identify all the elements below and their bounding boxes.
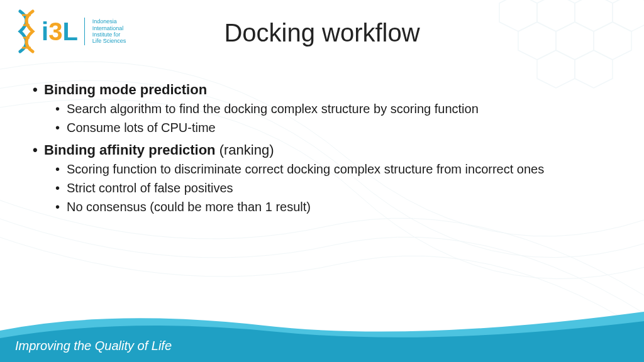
heading-text: Binding mode prediction <box>44 82 207 97</box>
section-heading: Binding mode prediction <box>31 82 606 98</box>
section-heading: Binding affinity prediction (ranking) <box>31 142 606 158</box>
slide-title: Docking workflow <box>0 19 644 47</box>
heading-suffix: (ranking) <box>216 142 274 158</box>
heading-text: Binding affinity prediction <box>44 142 216 158</box>
footer-tagline: Improving the Quality of Life <box>15 339 172 353</box>
section-binding-affinity: Binding affinity prediction (ranking) Sc… <box>31 142 606 215</box>
slide-content: Binding mode prediction Search algorithm… <box>31 82 606 221</box>
list-item: Strict control of false positives <box>67 180 606 196</box>
list-item: No consensus (could be more than 1 resul… <box>67 199 606 215</box>
list-item: Consume lots of CPU-time <box>67 119 606 136</box>
section-binding-mode: Binding mode prediction Search algorithm… <box>31 82 606 136</box>
list-item: Scoring function to discriminate correct… <box>67 161 606 177</box>
list-item: Search algorithm to find the docking com… <box>67 101 606 117</box>
footer-wave <box>0 305 644 362</box>
